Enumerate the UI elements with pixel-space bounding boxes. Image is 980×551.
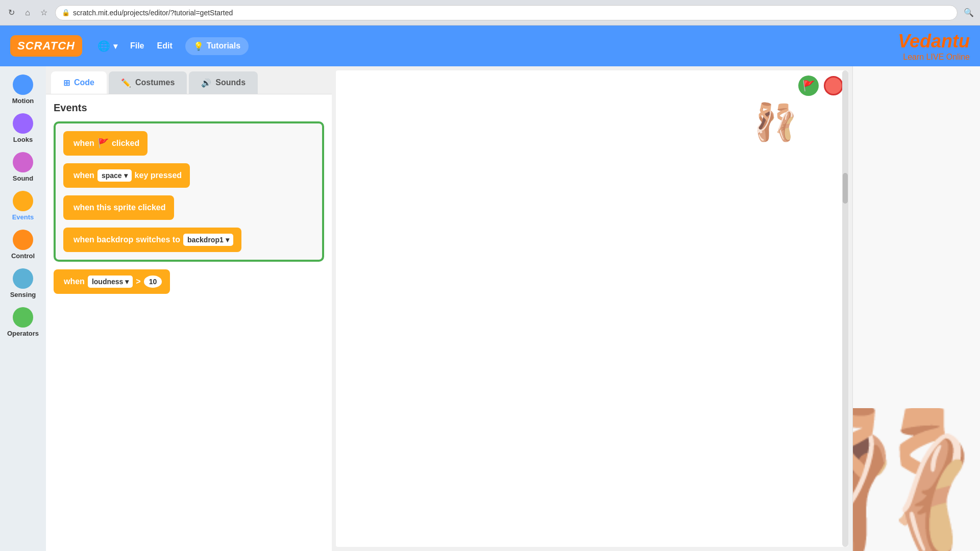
panel-title: Events [54,102,324,114]
blocks-highlight: when 🚩 clicked when space ▾ [54,121,324,262]
green-flag-button[interactable]: 🚩 [798,76,819,96]
backdrop-text-before: when backdrop switches to [74,235,180,244]
when-backdrop-switches-block[interactable]: when backdrop switches to backdrop1 ▾ [63,228,314,252]
category-sensing[interactable]: Sensing [0,265,46,302]
url-text: scratch.mit.edu/projects/editor/?tutoria… [73,9,233,17]
blocks-list: Events when 🚩 clicked when [46,94,332,551]
motion-label: Motion [12,97,34,105]
key-pressed-text: key pressed [135,171,182,180]
greater-than: > [136,277,140,286]
category-control[interactable]: Control [0,227,46,263]
globe-menu[interactable]: 🌐 ▾ [97,40,117,52]
backdrop-dropdown[interactable]: backdrop1 ▾ [183,234,233,246]
browser-nav-icons: ↻ ⌂ ☆ [5,7,50,19]
app-header: SCRATCH 🌐 ▾ File Edit 💡 Tutorials Vedant… [0,26,980,66]
bulb-icon: 💡 [193,41,204,51]
operators-label: Operators [7,330,39,337]
tab-code[interactable]: ⊞ Code [51,71,107,94]
looks-circle [13,113,33,134]
backdrop-value: backdrop1 [187,236,224,244]
stage-scrollbar-thumb[interactable] [843,173,848,204]
green-flag-icon: 🚩 [802,80,815,92]
file-menu[interactable]: File [130,41,144,51]
looks-label: Looks [13,136,33,143]
sounds-tab-label: Sounds [215,78,246,87]
category-looks[interactable]: Looks [0,110,46,146]
operators-circle [13,307,33,328]
category-sound[interactable]: Sound [0,149,46,185]
category-operators[interactable]: Operators [0,304,46,340]
sensing-label: Sensing [10,291,36,298]
globe-icon: 🌐 [97,40,110,52]
events-circle [13,191,33,211]
when-sprite-clicked-block[interactable]: when this sprite clicked [63,195,314,220]
backdrop-dropdown-arrow: ▾ [226,236,229,244]
sound-circle [13,152,33,172]
backdrop-block-body[interactable]: when backdrop switches to backdrop1 ▾ [63,228,241,252]
when-key-pressed-block[interactable]: when space ▾ key pressed [63,163,314,188]
loudness-value: loudness [92,278,123,286]
category-events[interactable]: Events [0,188,46,224]
stop-button[interactable] [824,76,843,95]
reload-icon[interactable]: ↻ [5,7,17,19]
stage-scrollbar[interactable] [842,70,848,547]
tutorials-label: Tutorials [207,41,240,51]
code-tab-icon: ⊞ [63,78,70,88]
blocks-panel: ⊞ Code ✏️ Costumes 🔊 Sounds Events [46,66,332,551]
vedantu-name: Vedantu [898,30,970,52]
when-flag-text: when [74,139,94,148]
flag-block-body[interactable]: when 🚩 clicked [63,131,148,156]
key-dropdown[interactable]: space ▾ [97,169,132,182]
header-right: Vedantu Learn LIVE Online [898,30,970,62]
tutorials-button[interactable]: 💡 Tutorials [185,37,249,55]
address-bar[interactable]: 🔒 scratch.mit.edu/projects/editor/?tutor… [55,5,958,20]
control-label: Control [11,252,35,260]
home-icon[interactable]: ⌂ [21,7,34,19]
tab-costumes[interactable]: ✏️ Costumes [109,71,187,94]
vedantu-logo: Vedantu Learn LIVE Online [898,30,970,62]
tab-sounds[interactable]: 🔊 Sounds [189,71,258,94]
motion-circle [13,74,33,95]
header-nav: 🌐 ▾ File Edit 💡 Tutorials [97,37,249,55]
search-icon[interactable]: 🔍 [963,7,975,19]
blocks-panel-inner: Events when 🚩 clicked when [46,94,332,551]
clicked-text: clicked [112,139,139,148]
tabs-area: ⊞ Code ✏️ Costumes 🔊 Sounds [46,66,332,94]
scratch-logo[interactable]: SCRATCH [10,35,82,57]
when-key-text: when [74,171,94,180]
loudness-number: 10 [144,276,162,288]
bookmark-icon[interactable]: ☆ [38,7,50,19]
events-label: Events [12,213,34,221]
loudness-dropdown[interactable]: loudness ▾ [88,276,133,288]
right-panel: 🩰 [852,66,980,551]
key-block-body[interactable]: when space ▾ key pressed [63,163,190,188]
costumes-tab-label: Costumes [135,78,175,87]
when-loudness-block[interactable]: when loudness ▾ > 10 [54,269,324,294]
sprite-clicked-body[interactable]: when this sprite clicked [63,195,174,220]
loudness-dropdown-arrow: ▾ [125,278,129,286]
sprite-clicked-text: when this sprite clicked [74,203,166,212]
sensing-circle [13,268,33,289]
stage-area: 🚩 🩰 [336,70,848,547]
category-motion[interactable]: Motion [0,71,46,108]
stage-controls: 🚩 [798,76,843,96]
sounds-tab-icon: 🔊 [201,78,211,88]
loudness-block-body[interactable]: when loudness ▾ > 10 [54,269,170,294]
stage-sprite: 🩰 [753,101,797,143]
key-dropdown-arrow: ▾ [124,171,128,180]
category-panel: Motion Looks Sound Events Control Sensin… [0,66,46,551]
code-tab-label: Code [74,78,94,87]
flag-icon: 🚩 [97,138,109,149]
control-circle [13,230,33,250]
key-value: space [102,171,122,180]
globe-dropdown: ▾ [113,41,117,51]
sound-label: Sound [13,174,33,182]
browser-bar: ↻ ⌂ ☆ 🔒 scratch.mit.edu/projects/editor/… [0,0,980,26]
when-loudness-text: when [64,277,85,286]
costumes-tab-icon: ✏️ [121,78,131,88]
when-flag-clicked-block[interactable]: when 🚩 clicked [63,131,314,156]
vedantu-tagline: Learn LIVE Online [898,52,970,62]
main-area: Motion Looks Sound Events Control Sensin… [0,66,980,551]
lock-icon: 🔒 [62,9,70,16]
edit-menu[interactable]: Edit [157,41,172,51]
